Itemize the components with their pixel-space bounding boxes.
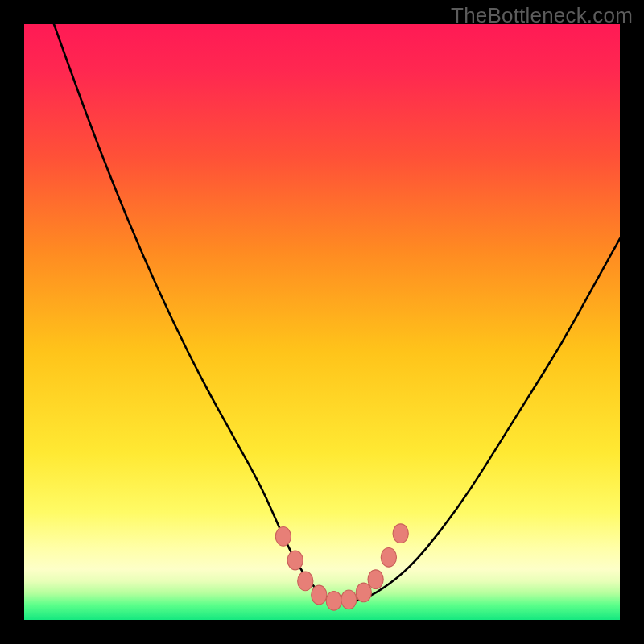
curve-marker (326, 591, 341, 610)
curve-marker (312, 585, 327, 605)
curve-marker (368, 570, 383, 589)
bottleneck-curve (54, 24, 620, 602)
curve-marker (356, 583, 371, 602)
chart-frame: TheBottleneck.com (0, 0, 644, 644)
curve-marker (341, 590, 357, 609)
chart-overlay (24, 24, 620, 620)
curve-marker (381, 547, 396, 567)
marker-group (275, 524, 408, 610)
curve-marker (393, 524, 408, 543)
curve-marker (275, 527, 291, 547)
watermark-text: TheBottleneck.com (451, 3, 633, 28)
plot-area (24, 24, 620, 620)
curve-marker (287, 551, 303, 570)
curve-marker (298, 572, 313, 591)
